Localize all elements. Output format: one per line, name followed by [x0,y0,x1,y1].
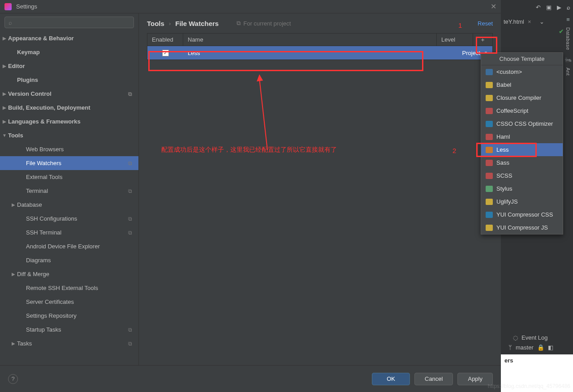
folder-icon[interactable]: ▣ [546,4,551,11]
filetype-icon [486,225,493,231]
sidebar-item-server-certificates[interactable]: Server Certificates [0,295,138,309]
sidebar-item-label: SSH Terminal [26,229,61,236]
editor-tab[interactable]: teY.html × ⌄ [504,16,544,27]
template-item-label: SCSS [496,172,512,179]
help-button[interactable]: ? [8,374,18,384]
sidebar-item-label: Remote SSH External Tools [26,285,98,291]
close-icon[interactable]: ✕ [491,2,496,11]
template-item-yui-compressor-js[interactable]: YUI Compressor JS [481,221,563,234]
template-item-sass[interactable]: Sass [481,156,563,169]
chevron-down-icon[interactable]: ⌄ [539,18,544,25]
col-level[interactable]: Level [437,34,473,46]
arrow-icon: ▶ [2,91,7,96]
sidebar-item-editor[interactable]: ▶Editor [0,59,138,73]
close-icon[interactable]: × [528,18,531,25]
sidebar-item-file-watchers[interactable]: File Watchers⧉ [0,156,138,170]
search-icon[interactable]: ⌕ [567,4,570,11]
template-item-closure-compiler[interactable]: Closure Compiler [481,91,563,104]
sidebar-item-label: Build, Execution, Deployment [8,104,90,111]
template-item--custom-[interactable]: <custom> [481,65,563,78]
template-item-label: Closure Compiler [496,94,541,101]
reset-link[interactable]: Reset [478,20,493,27]
sidebar-item-label: File Watchers [26,160,61,166]
sidebar-item-label: Terminal [26,187,48,194]
sidebar-item-label: Appearance & Behavior [8,35,74,42]
col-enabled[interactable]: Enabled [147,34,183,46]
settings-tree[interactable]: ▶Appearance & BehaviorKeymap▶EditorPlugi… [0,31,138,365]
annotation-text: 配置成功后是这个样子，这里我已经配置过了所以它直接就有了 [161,146,337,154]
sidebar-item-appearance-behavior[interactable]: ▶Appearance & Behavior [0,31,138,45]
sidebar-item-label: Plugins [17,77,38,83]
sidebar-item-web-browsers[interactable]: Web Browsers [0,142,138,156]
sidebar-item-settings-repository[interactable]: Settings Repository [0,309,138,323]
undo-icon[interactable]: ↶ [536,4,541,11]
sidebar-item-remote-ssh-external-tools[interactable]: Remote SSH External Tools [0,281,138,295]
sidebar-item-languages-frameworks[interactable]: ▶Languages & Frameworks [0,115,138,128]
filetype-icon [486,134,493,140]
template-item-haml[interactable]: Haml [481,130,563,143]
sidebar-item-ssh-terminal[interactable]: SSH Terminal⧉ [0,226,138,239]
lock-icon[interactable]: 🔒 [537,344,544,351]
sidebar-item-tools[interactable]: ▼Tools [0,128,138,142]
sidebar-item-diff-merge[interactable]: ▶Diff & Merge [0,267,138,281]
crumb-tools[interactable]: Tools [147,20,164,27]
app-logo [4,3,12,10]
sidebar-item-diagrams[interactable]: Diagrams [0,253,138,267]
arrow-icon: ▶ [2,64,7,68]
annotation-box-less [476,143,537,157]
status-bar: ᛘ master 🔒 ◧ [508,342,553,353]
dialog-title: Settings [16,3,37,10]
template-item-label: <custom> [496,68,522,75]
template-item-csso-css-optimizer[interactable]: CSSO CSS Optimizer [481,117,563,130]
sidebar-item-ssh-configurations[interactable]: SSH Configurations⧉ [0,212,138,226]
inspect-icon[interactable]: ◧ [548,344,553,351]
template-item-yui-compressor-css[interactable]: YUI Compressor CSS [481,208,563,221]
cancel-button[interactable]: Cancel [414,373,453,385]
scope-icon: ⧉ [128,341,132,347]
sidebar-item-startup-tasks[interactable]: Startup Tasks⧉ [0,323,138,337]
search-input[interactable]: ⌕ [4,17,134,28]
sidebar-item-label: Languages & Frameworks [8,118,81,125]
arrow-icon: ▶ [11,341,16,346]
filetype-icon [486,212,493,218]
sidebar-item-label: Database [17,201,42,208]
tab-label: teY.html [504,18,524,25]
sidebar-item-android-device-file-explorer[interactable]: Android Device File Explorer [0,239,138,253]
template-item-uglifyjs[interactable]: UglifyJS [481,195,563,208]
branch-icon[interactable]: ᛘ [508,344,512,351]
filetype-icon [486,121,493,127]
sidebar-item-build-execution-deployment[interactable]: ▶Build, Execution, Deployment [0,101,138,115]
ant-tab[interactable]: Ant [565,68,571,76]
branch-name[interactable]: master [516,344,534,351]
template-item-coffeescript[interactable]: CoffeeScript [481,104,563,117]
sidebar-item-database[interactable]: ▶Database [0,198,138,212]
ok-button[interactable]: OK [372,373,410,385]
svg-marker-1 [257,74,263,81]
sidebar-item-label: Startup Tasks [26,326,61,333]
arrow-icon: ▶ [2,105,7,110]
ide-top-toolbar: ↶ ▣ ▶ ⌕ [536,2,570,13]
sidebar-item-keymap[interactable]: Keymap [0,45,138,59]
sidebar-item-label: Web Browsers [26,146,64,153]
annotation-box-row [148,51,423,71]
col-name[interactable]: Name [183,34,437,46]
sidebar-item-external-tools[interactable]: External Tools [0,170,138,184]
template-item-stylus[interactable]: Stylus [481,182,563,195]
sidebar-item-terminal[interactable]: Terminal⧉ [0,184,138,198]
ant-icon[interactable]: 🐜 [564,56,572,63]
annotation-num-1: 1 [458,21,462,29]
sidebar-item-plugins[interactable]: Plugins [0,73,138,87]
sidebar-item-tasks[interactable]: ▶Tasks⧉ [0,337,138,350]
run-icon[interactable]: ▶ [557,4,561,11]
template-item-scss[interactable]: SCSS [481,169,563,182]
sidebar-item-label: External Tools [26,174,62,180]
template-item-label: Stylus [496,185,512,192]
search-field[interactable] [15,19,130,26]
sidebar-item-label: Version Control [8,90,52,97]
database-tab[interactable]: Database [565,27,571,50]
arrow-icon: ▶ [2,36,7,41]
sidebar-item-version-control[interactable]: ▶Version Control⧉ [0,87,138,101]
template-item-babel[interactable]: Babel [481,78,563,91]
database-icon[interactable]: ≡ [566,16,570,23]
settings-sidebar: ⌕ ▶Appearance & BehaviorKeymap▶EditorPlu… [0,13,139,365]
